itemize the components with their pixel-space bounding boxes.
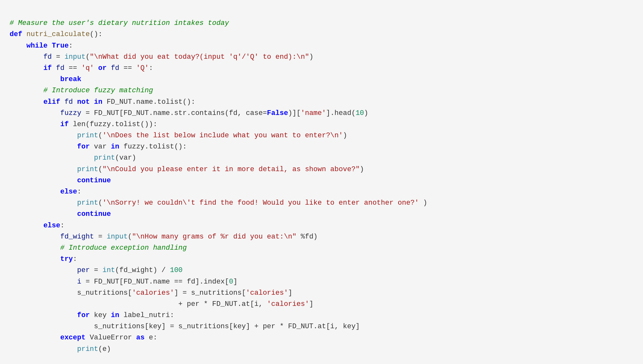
- code-container: # Measure the user's dietary nutrition i…: [0, 0, 643, 364]
- var-fuzzy: fuzzy: [60, 109, 81, 117]
- builtin-input-1: input: [65, 53, 86, 61]
- string-q2: 'Q': [136, 64, 149, 72]
- keyword-not: not: [77, 98, 90, 106]
- keyword-try: try: [60, 255, 73, 263]
- string-print-2: "\nCould you please enter it in more det…: [102, 165, 360, 173]
- var-fd-2: fd: [56, 64, 64, 72]
- keyword-continue-2: continue: [77, 210, 111, 218]
- builtin-input-2: input: [107, 233, 128, 241]
- keyword-if-1: if: [43, 64, 52, 72]
- builtin-print-5: print: [77, 345, 98, 353]
- keyword-true: True: [52, 42, 69, 50]
- string-1: "\nWhat did you eat today?(input 'q'/'Q'…: [90, 53, 309, 61]
- keyword-else-2: else: [43, 222, 60, 230]
- keyword-or: or: [98, 64, 106, 72]
- comment-exception: # Introduce exception handling: [60, 244, 187, 252]
- comment-line-1: # Measure the user's dietary nutrition i…: [10, 19, 229, 27]
- keyword-continue-1: continue: [77, 177, 111, 185]
- builtin-print-1: print: [77, 132, 98, 140]
- keyword-break: break: [60, 75, 81, 83]
- func-name: nutri_calculate: [27, 30, 90, 38]
- bool-false: False: [267, 109, 288, 117]
- var-fd-wight: fd_wight: [60, 233, 94, 241]
- number-0: 0: [229, 278, 233, 286]
- keyword-else-1: else: [60, 188, 77, 196]
- keyword-if-2: if: [60, 120, 68, 128]
- key-calories-2: 'calories': [246, 289, 288, 297]
- builtin-int: int: [102, 266, 115, 274]
- keyword-in-3: in: [111, 311, 119, 319]
- var-per: per: [77, 266, 90, 274]
- string-print-1: '\nDoes the list below include what you …: [102, 132, 343, 140]
- string-name: 'name': [301, 109, 326, 117]
- keyword-elif: elif: [43, 98, 60, 106]
- key-calories-3: 'calories': [267, 300, 309, 308]
- keyword-as: as: [136, 334, 144, 342]
- code-block: # Measure the user's dietary nutrition i…: [10, 6, 633, 364]
- number-10: 10: [356, 109, 364, 117]
- builtin-print-2: print: [94, 154, 115, 162]
- var-fd-4: fd: [65, 98, 73, 106]
- builtin-print-3: print: [77, 165, 98, 173]
- comment-fuzzy: # Introduce fuzzy matching: [43, 87, 153, 95]
- keyword-in: in: [94, 98, 102, 106]
- key-calories-1: 'calories': [132, 289, 174, 297]
- keyword-for-1: for: [77, 143, 90, 151]
- string-q1: 'q': [81, 64, 94, 72]
- keyword-def: def: [10, 30, 22, 38]
- builtin-print-4: print: [77, 199, 98, 207]
- var-i: i: [77, 278, 81, 286]
- number-100: 100: [170, 266, 183, 274]
- string-print-4: "\nHow many grams of %r did you eat:\n": [132, 233, 297, 241]
- keyword-in-2: in: [111, 143, 119, 151]
- string-print-3: '\nSorry! we couldn\'t find the food! Wo…: [102, 199, 419, 207]
- keyword-except: except: [60, 334, 85, 342]
- keyword-while: while: [27, 42, 48, 50]
- var-fd-3: fd: [111, 64, 119, 72]
- var-fd-1: fd: [43, 53, 52, 61]
- keyword-for-2: for: [77, 311, 90, 319]
